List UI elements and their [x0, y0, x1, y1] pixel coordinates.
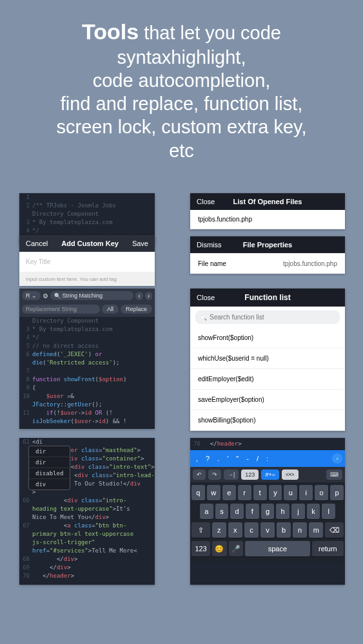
keyboard-accessory: ↶ ↷ →| 123 #+= <•> ⌨	[190, 467, 345, 482]
find-replace-panel: R ⌄ String Matching ‹ › Replacement Stri…	[19, 289, 155, 429]
panel-title: List Of Opened Files	[190, 198, 345, 205]
dialog-title: Add Custom Key	[61, 240, 119, 247]
cancel-button[interactable]: Cancel	[26, 240, 48, 247]
keyboard: qwertyuiopasdfghjkl⇧zxcvbnm⌫123😊🎤spacere…	[190, 482, 345, 562]
file-properties-panel: Dismiss File Properties File name tpjobs…	[190, 236, 345, 274]
undo-button[interactable]: ↶	[193, 469, 206, 480]
tab-button[interactable]: →|	[224, 469, 239, 480]
function-list-item[interactable]: saveEmployer($option)	[190, 390, 345, 410]
property-value: tpjobs.function.php	[283, 260, 337, 267]
helper-text: Input custom text here. You can add tag	[19, 272, 155, 286]
key-u[interactable]: u	[284, 485, 297, 500]
numbers-button[interactable]: 123	[241, 469, 259, 480]
search-icon	[201, 314, 207, 321]
extra-key[interactable]: ?	[202, 453, 213, 464]
autocomplete-item[interactable]: div	[29, 479, 70, 489]
search-icon	[54, 292, 61, 299]
key-t[interactable]: t	[253, 485, 267, 500]
mode-key[interactable]: 123	[191, 541, 210, 556]
key-v[interactable]: v	[260, 522, 275, 538]
list-item[interactable]: tpjobs.function.php	[190, 210, 345, 229]
function-list-item[interactable]: editEmployer($edit)	[190, 369, 345, 390]
extra-key[interactable]: :	[263, 453, 271, 464]
replacement-input[interactable]: Replacement String	[22, 305, 100, 314]
key-e[interactable]: e	[222, 485, 236, 500]
key-q[interactable]: q	[191, 485, 205, 500]
replace-all-button[interactable]: All	[102, 305, 119, 314]
add-custom-key-dialog: Cancel Add Custom Key Save Input custom …	[19, 235, 155, 286]
extra-key[interactable]: .	[214, 453, 222, 464]
gear-icon[interactable]	[43, 292, 48, 299]
function-list-item[interactable]: showBilling($option)	[190, 410, 345, 431]
extra-key-toolbar: ,?.'"-/:›	[190, 450, 345, 467]
key-z[interactable]: z	[212, 522, 226, 538]
function-list-item[interactable]: showFront($option)	[190, 328, 345, 348]
opened-files-panel: Close List Of Opened Files tpjobs.functi…	[190, 193, 345, 229]
shift-key[interactable]: ⇧	[191, 522, 210, 538]
key-g[interactable]: g	[261, 504, 275, 519]
panel-title: File Properties	[190, 241, 345, 249]
key-j[interactable]: j	[291, 504, 305, 519]
save-button[interactable]: Save	[132, 240, 148, 247]
function-list-item[interactable]: whichUse($userid = null)	[190, 348, 345, 369]
mode-selector[interactable]: R ⌄	[22, 291, 41, 300]
autocomplete-item[interactable]: disabled	[29, 468, 70, 479]
angle-button[interactable]: <•>	[282, 469, 299, 480]
function-search-input[interactable]	[210, 314, 335, 321]
key-w[interactable]: w	[207, 485, 221, 500]
autocomplete-item[interactable]: dir	[29, 457, 70, 468]
extra-key[interactable]: -	[243, 453, 252, 464]
key-m[interactable]: m	[309, 522, 323, 538]
autocomplete-item[interactable]: dir	[29, 446, 70, 457]
mic-key[interactable]: 🎤	[229, 541, 243, 556]
search-input[interactable]: String Matching	[50, 291, 134, 300]
hide-keyboard-icon[interactable]: ⌨	[326, 469, 342, 480]
key-x[interactable]: x	[228, 522, 242, 538]
key-p[interactable]: p	[330, 485, 344, 500]
redo-button[interactable]: ↷	[208, 469, 221, 480]
key-title-input[interactable]	[26, 258, 148, 265]
prev-match-button[interactable]: ‹	[135, 292, 142, 300]
space-key[interactable]: space	[245, 541, 310, 556]
delete-key[interactable]: ⌫	[325, 522, 344, 538]
search-bar[interactable]	[195, 310, 340, 324]
hero-text: Tools that let you code syntaxhighlight,…	[0, 0, 363, 170]
next-match-button[interactable]: ›	[145, 292, 152, 300]
key-s[interactable]: s	[215, 504, 229, 519]
extra-key[interactable]: '	[224, 453, 231, 464]
function-list-panel: Close Function list showFront($option)wh…	[190, 289, 345, 431]
emoji-key[interactable]: 😊	[212, 541, 226, 556]
key-n[interactable]: n	[293, 522, 307, 538]
key-o[interactable]: o	[315, 485, 328, 500]
return-key[interactable]: return	[312, 541, 344, 556]
symbols-button[interactable]: #+=	[261, 469, 279, 480]
key-a[interactable]: a	[200, 504, 213, 519]
panel-title: Function list	[190, 293, 345, 302]
extra-key[interactable]: "	[233, 453, 242, 464]
property-label: File name	[198, 260, 226, 267]
key-y[interactable]: y	[269, 485, 282, 500]
hero-bold: Tools	[82, 19, 139, 44]
keyboard-panel: 70 </header> ,?.'"-/:› ↶ ↷ →| 123 #+= <•…	[190, 438, 345, 585]
replace-button[interactable]: Replace	[121, 305, 152, 314]
code-editor-autocomplete: 61<di der class="masthead"> <iv class="c…	[19, 438, 155, 585]
key-c[interactable]: c	[244, 522, 259, 538]
autocomplete-popup: dirdirdisableddiv	[28, 446, 70, 490]
extra-key[interactable]: ,	[193, 453, 201, 464]
extra-key[interactable]: /	[253, 453, 262, 464]
chevron-right-icon[interactable]: ›	[332, 453, 342, 464]
key-f[interactable]: f	[246, 504, 259, 519]
key-d[interactable]: d	[230, 504, 244, 519]
key-b[interactable]: b	[277, 522, 291, 538]
key-r[interactable]: r	[238, 485, 251, 500]
key-i[interactable]: i	[299, 485, 313, 500]
key-l[interactable]: l	[322, 504, 335, 519]
key-k[interactable]: k	[307, 504, 320, 519]
key-h[interactable]: h	[276, 504, 289, 519]
